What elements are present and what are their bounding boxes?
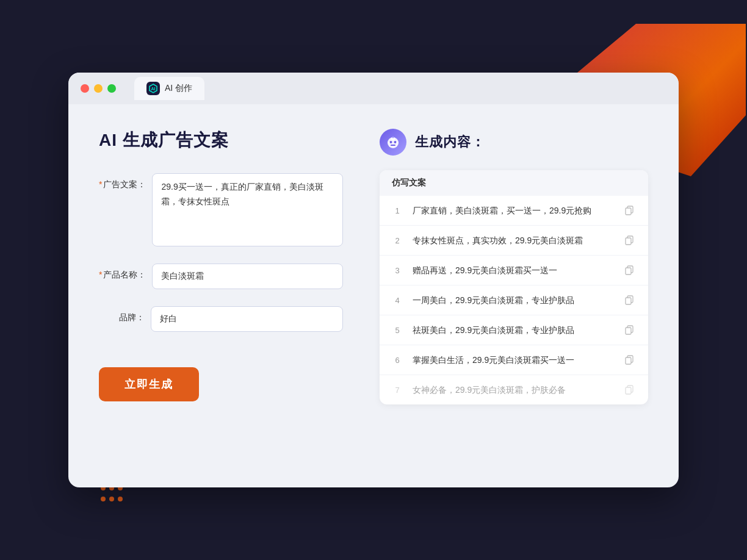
result-num: 3 — [392, 266, 403, 275]
ad-copy-required: * — [99, 179, 102, 189]
brand-label: 品牌： — [99, 306, 145, 323]
result-text: 女神必备，29.9元美白淡斑霜，护肤必备 — [413, 384, 613, 397]
close-button[interactable] — [81, 84, 89, 93]
result-num: 5 — [392, 326, 403, 335]
svg-rect-19 — [626, 328, 631, 334]
product-name-label: *产品名称： — [99, 264, 146, 281]
result-text: 一周美白，29.9元美白淡斑霜，专业护肤品 — [413, 294, 613, 307]
result-num: 4 — [392, 296, 403, 305]
browser-window: AI AI 创作 AI 生成广告文案 *广告文案： 29.9买一送一，真正的厂家… — [68, 73, 679, 487]
right-title: 生成内容： — [415, 133, 485, 151]
result-row: 2 专抹女性斑点，真实功效，29.9元美白淡斑霜 — [380, 226, 648, 256]
svg-rect-7 — [391, 145, 395, 146]
svg-point-6 — [394, 141, 397, 143]
result-num: 2 — [392, 236, 403, 245]
result-row: 3 赠品再送，29.9元美白淡斑霜买一送一 — [380, 256, 648, 285]
result-row: 7 女神必备，29.9元美白淡斑霜，护肤必备 — [380, 375, 648, 404]
maximize-button[interactable] — [107, 84, 116, 93]
svg-rect-13 — [626, 238, 631, 245]
copy-icon[interactable] — [622, 264, 636, 277]
result-num: 1 — [392, 206, 403, 215]
copy-icon[interactable] — [622, 234, 636, 247]
result-text: 掌握美白生活，29.9元美白淡斑霜买一送一 — [413, 354, 613, 367]
result-row: 4 一周美白，29.9元美白淡斑霜，专业护肤品 — [380, 285, 648, 315]
result-num: 7 — [392, 386, 403, 395]
svg-point-4 — [392, 137, 394, 138]
robot-icon — [380, 129, 406, 156]
results-list: 1 厂家直销，美白淡斑霜，买一送一，29.9元抢购 2 专抹女性斑点，真实功效，… — [380, 196, 648, 404]
scene: AI AI 创作 AI 生成广告文案 *广告文案： 29.9买一送一，真正的厂家… — [38, 42, 709, 518]
main-content: AI 生成广告文案 *广告文案： 29.9买一送一，真正的厂家直销，美白淡斑霜，… — [68, 104, 679, 487]
results-container: 仿写文案 1 厂家直销，美白淡斑霜，买一送一，29.9元抢购 2 专抹女性斑点，… — [380, 170, 648, 404]
result-text: 厂家直销，美白淡斑霜，买一送一，29.9元抢购 — [413, 204, 613, 217]
copy-icon[interactable] — [622, 323, 636, 337]
right-header: 生成内容： — [380, 129, 648, 156]
result-row: 6 掌握美白生活，29.9元美白淡斑霜买一送一 — [380, 345, 648, 375]
result-text: 赠品再送，29.9元美白淡斑霜买一送一 — [413, 264, 613, 277]
right-panel: 生成内容： 仿写文案 1 厂家直销，美白淡斑霜，买一送一，29.9元抢购 2 专… — [380, 129, 648, 463]
svg-text:AI: AI — [151, 87, 156, 91]
left-panel: AI 生成广告文案 *广告文案： 29.9买一送一，真正的厂家直销，美白淡斑霜，… — [99, 129, 343, 463]
product-name-group: *产品名称： — [99, 264, 343, 289]
tab-title-text: AI 创作 — [165, 83, 192, 94]
ad-copy-group: *广告文案： 29.9买一送一，真正的厂家直销，美白淡斑霜，专抹女性斑点 — [99, 173, 343, 246]
browser-tab[interactable]: AI AI 创作 — [134, 77, 204, 100]
page-title: AI 生成广告文案 — [99, 129, 343, 152]
generate-button[interactable]: 立即生成 — [99, 367, 199, 401]
result-row: 1 厂家直销，美白淡斑霜，买一送一，29.9元抢购 — [380, 196, 648, 226]
result-text: 祛斑美白，29.9元美白淡斑霜，专业护肤品 — [413, 324, 613, 337]
svg-rect-11 — [626, 208, 631, 215]
brand-input[interactable] — [151, 306, 343, 332]
copy-icon[interactable] — [622, 293, 636, 307]
titlebar: AI AI 创作 — [68, 73, 679, 104]
svg-point-5 — [390, 141, 392, 143]
result-num: 6 — [392, 356, 403, 365]
results-header: 仿写文案 — [380, 170, 648, 196]
result-row: 5 祛斑美白，29.9元美白淡斑霜，专业护肤品 — [380, 315, 648, 345]
svg-rect-17 — [626, 298, 631, 304]
product-name-input[interactable] — [152, 264, 343, 289]
svg-rect-23 — [626, 387, 631, 394]
minimize-button[interactable] — [94, 84, 103, 93]
svg-rect-15 — [626, 268, 631, 275]
copy-icon[interactable] — [622, 204, 636, 217]
result-text: 专抹女性斑点，真实功效，29.9元美白淡斑霜 — [413, 234, 613, 247]
traffic-lights — [81, 84, 116, 93]
tab-ai-icon: AI — [146, 82, 160, 95]
brand-group: 品牌： — [99, 306, 343, 332]
ad-copy-label: *广告文案： — [99, 173, 146, 190]
copy-icon[interactable] — [622, 353, 636, 367]
copy-icon[interactable] — [622, 383, 636, 397]
ad-copy-input[interactable]: 29.9买一送一，真正的厂家直销，美白淡斑霜，专抹女性斑点 — [152, 173, 343, 246]
svg-rect-21 — [626, 357, 631, 364]
product-name-required: * — [99, 270, 102, 279]
